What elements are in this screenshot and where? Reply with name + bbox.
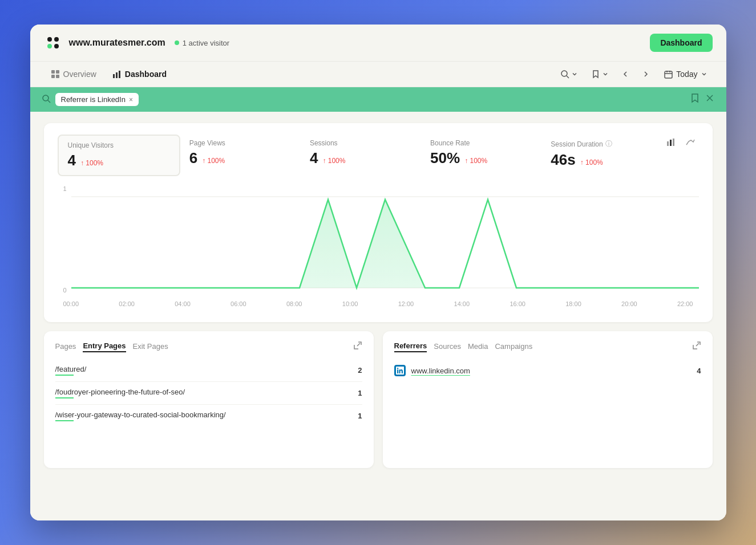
svg-point-2 (47, 44, 52, 48)
dashboard-button[interactable]: Dashboard (650, 34, 712, 52)
line-chart-button[interactable] (682, 135, 699, 152)
svg-rect-5 (56, 70, 59, 74)
session-duration-info-icon: ⓘ (605, 139, 612, 149)
date-picker-button[interactable]: Today (658, 66, 712, 82)
sources-tab[interactable]: Sources (434, 341, 461, 352)
referrers-expand-icon[interactable] (692, 341, 701, 352)
pages-expand-icon[interactable] (353, 341, 362, 352)
filter-tag[interactable]: Referrer is LinkedIn × (55, 93, 139, 106)
referrers-panel-header: Referrers Sources Media Campaigns (394, 340, 701, 352)
pages-row-2: /foudroyer-pioneering-the-future-of-seo/… (55, 382, 362, 405)
referrer-count-1: 4 (697, 367, 701, 375)
active-dot (175, 40, 179, 45)
nav-overview[interactable]: Overview (44, 66, 103, 82)
linkedin-icon (394, 365, 406, 376)
pages-tab[interactable]: Pages (55, 341, 76, 352)
nav-dashboard[interactable]: Dashboard (106, 66, 173, 82)
search-icon (560, 70, 569, 79)
svg-point-11 (561, 71, 567, 76)
nav-prev-button[interactable] (617, 66, 633, 82)
dashboard-icon (112, 70, 122, 79)
svg-rect-10 (119, 71, 120, 78)
date-chevron-icon (701, 71, 707, 77)
search-button[interactable] (556, 66, 582, 82)
media-tab[interactable]: Media (468, 341, 488, 352)
nav-controls: Today (556, 66, 712, 82)
filter-close-button[interactable] (705, 93, 715, 106)
referrers-tab[interactable]: Referrers (394, 340, 427, 352)
search-chevron-icon (572, 71, 577, 77)
filter-bookmark-icon[interactable] (690, 93, 700, 106)
svg-point-3 (54, 44, 59, 48)
svg-rect-8 (113, 74, 115, 78)
page-path-2: /foudroyer-pioneering-the-future-of-seo/ (55, 388, 358, 398)
page-path-1: /featured/ (55, 365, 358, 376)
svg-rect-22 (670, 140, 672, 146)
svg-rect-7 (56, 75, 59, 78)
logo-icon (44, 34, 62, 52)
bookmark-chevron-icon (603, 71, 608, 77)
bottom-panels: Pages Entry Pages Exit Pages /featured/ … (44, 331, 713, 468)
pages-panel-header: Pages Entry Pages Exit Pages (55, 340, 362, 352)
pages-panel: Pages Entry Pages Exit Pages /featured/ … (44, 331, 374, 468)
overview-icon (51, 70, 60, 79)
filter-bar: Referrer is LinkedIn × (30, 87, 726, 112)
page-path-3: /wiser-your-gateway-to-curated-social-bo… (55, 410, 358, 421)
stat-session-duration: Session Duration ⓘ 46s ↑ 100% (541, 135, 662, 173)
stat-sessions: Sessions 4 ↑ 100% (301, 135, 421, 172)
svg-marker-28 (300, 200, 425, 288)
chart-area: 1 0 (58, 185, 699, 311)
chart-x-labels: 00:00 02:00 04:00 06:00 08:00 10:00 12:0… (58, 300, 699, 307)
line-chart-svg (71, 185, 699, 299)
pages-row-3: /wiser-your-gateway-to-curated-social-bo… (55, 405, 362, 427)
stat-page-views: Page Views 6 ↑ 100% (180, 135, 301, 172)
svg-rect-13 (665, 71, 672, 78)
calendar-icon (664, 70, 673, 79)
page-count-2: 1 (358, 389, 362, 397)
main-window: www.muratesmer.com 1 active visitor Dash… (30, 25, 726, 520)
referrer-domain-1: www.linkedin.com (411, 367, 697, 375)
campaigns-tab[interactable]: Campaigns (495, 341, 532, 352)
site-url: www.muratesmer.com (69, 38, 165, 48)
nav-next-button[interactable] (638, 66, 654, 82)
bookmark-icon (591, 70, 600, 79)
filter-tag-close[interactable]: × (129, 96, 133, 104)
svg-point-1 (54, 37, 59, 42)
bookmark-button[interactable] (587, 66, 613, 82)
stats-card: Unique Visitors 4 ↑ 100% Page Views 6 ↑ … (44, 123, 713, 322)
entry-pages-tab[interactable]: Entry Pages (83, 340, 126, 352)
svg-rect-21 (667, 141, 669, 146)
referrers-panel: Referrers Sources Media Campaigns (383, 331, 713, 468)
page-count-1: 2 (358, 366, 362, 375)
page-count-3: 1 (358, 412, 362, 420)
chart-type-buttons (662, 135, 699, 152)
svg-line-12 (567, 76, 569, 78)
main-content: Unique Visitors 4 ↑ 100% Page Views 6 ↑ … (30, 112, 726, 520)
svg-point-0 (47, 37, 52, 42)
svg-rect-6 (51, 75, 55, 78)
svg-point-17 (43, 95, 48, 101)
stat-unique-visitors: Unique Visitors 4 ↑ 100% (58, 135, 180, 176)
svg-rect-4 (51, 70, 55, 74)
exit-pages-tab[interactable]: Exit Pages (133, 341, 168, 352)
svg-rect-23 (673, 139, 674, 146)
active-visitors: 1 active visitor (175, 39, 229, 47)
stats-row: Unique Visitors 4 ↑ 100% Page Views 6 ↑ … (58, 135, 699, 176)
svg-rect-9 (116, 72, 118, 78)
header-bar: www.muratesmer.com 1 active visitor Dash… (30, 25, 726, 62)
filter-search-icon (42, 94, 51, 105)
referrer-row-1: www.linkedin.com 4 (394, 359, 701, 382)
pages-row-1: /featured/ 2 (55, 359, 362, 382)
stat-bounce-rate: Bounce Rate 50% ↑ 100% (421, 135, 541, 172)
nav-bar: Overview Dashboard (30, 62, 726, 87)
svg-line-18 (48, 100, 50, 103)
bar-chart-button[interactable] (662, 135, 680, 152)
